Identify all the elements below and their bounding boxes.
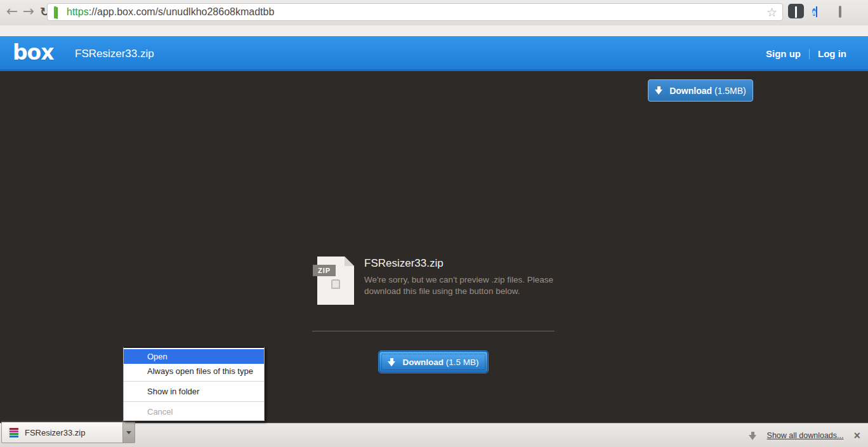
pocket-extension-icon[interactable]	[788, 4, 804, 18]
winrar-file-icon	[8, 427, 18, 437]
zipper-pull	[331, 279, 340, 289]
menu-item-always-open[interactable]: Always open files of this type	[124, 364, 264, 378]
arrow-head	[388, 361, 395, 366]
download-item-filename: FSResizer33.zip	[25, 428, 85, 437]
diamond-extension-icon[interactable]	[835, 6, 845, 17]
arrow-head	[749, 435, 756, 440]
log-in-link[interactable]: Log in	[818, 48, 846, 59]
downloads-arrow-icon	[749, 432, 757, 440]
arrow-head	[655, 90, 662, 95]
preview-divider	[312, 331, 555, 331]
download-arrow-icon	[655, 86, 663, 95]
rar-book	[8, 428, 18, 430]
menu-item-cancel: Cancel	[124, 404, 264, 419]
header-download-label: Download (1.5MB)	[669, 86, 746, 96]
url-rest: ://app.box.com/s/unudlkho286o8kmadtbb	[89, 6, 275, 17]
download-item[interactable]: FSResizer33.zip	[1, 421, 135, 443]
file-preview-row: ZIP FSResizer33.zip We're sorry, but we …	[317, 257, 553, 305]
diamond-shape	[839, 6, 841, 18]
download-size: (1.5MB)	[714, 86, 746, 96]
menu-separator	[124, 401, 264, 402]
a-extension-icon[interactable]: a	[808, 3, 822, 21]
close-downloads-bar-button[interactable]: ×	[853, 430, 860, 441]
preview-message: We're sorry, but we can't preview .zip f…	[364, 274, 553, 297]
menu-item-show-in-folder[interactable]: Show in folder	[124, 384, 264, 399]
paper-corner-fold	[345, 257, 354, 266]
download-context-menu: Open Always open files of this type Show…	[123, 347, 265, 421]
show-all-downloads-link[interactable]: Show all downloads...	[767, 431, 844, 440]
file-info: FSResizer33.zip We're sorry, but we can'…	[364, 257, 553, 305]
browser-toolbar: ← → ↻ https://app.box.com/s/unudlkho286o…	[0, 0, 868, 25]
https-lock-icon[interactable]	[54, 8, 62, 17]
box-logo[interactable]: box	[13, 40, 54, 65]
download-item-button[interactable]: FSResizer33.zip	[1, 421, 122, 443]
menu-separator	[124, 381, 264, 382]
download-size: (1.5 MB)	[446, 357, 479, 367]
url-text: https://app.box.com/s/unudlkho286o8kmadt…	[67, 6, 766, 18]
browser-menu-button[interactable]	[850, 6, 864, 20]
rar-book	[8, 436, 18, 437]
toolbar-lower-strip	[0, 25, 868, 36]
bookmark-star-icon[interactable]: ☆	[766, 6, 777, 18]
zip-badge: ZIP	[313, 265, 336, 276]
zipper-teeth	[332, 290, 339, 302]
sign-up-link[interactable]: Sign up	[766, 48, 801, 59]
downloads-bar: FSResizer33.zip Show all downloads... ×	[0, 423, 868, 447]
main-download-label: Download (1.5 MB)	[402, 357, 478, 367]
zip-file-icon: ZIP	[317, 257, 354, 305]
a-extension-ruler	[816, 6, 817, 17]
preview-file-name: FSResizer33.zip	[364, 257, 553, 270]
header-link-divider	[809, 49, 810, 59]
header-file-title: FSResizer33.zip	[75, 48, 154, 60]
downloads-bar-right: Show all downloads... ×	[749, 424, 860, 447]
download-word: Download	[402, 357, 444, 367]
chevron-down-icon	[126, 431, 131, 434]
address-bar[interactable]: https://app.box.com/s/unudlkho286o8kmadt…	[47, 3, 783, 21]
main-download-button[interactable]: Download (1.5 MB)	[379, 351, 488, 373]
forward-button[interactable]: →	[20, 2, 37, 21]
preview-message-line1: We're sorry, but we can't preview .zip f…	[364, 274, 553, 286]
rar-book	[8, 430, 18, 432]
screen: ← → ↻ https://app.box.com/s/unudlkho286o…	[0, 0, 868, 447]
lock-body	[56, 7, 58, 19]
preview-message-line2: download this file using the button belo…	[364, 286, 553, 297]
pocket-chevron-icon	[795, 6, 797, 18]
rar-book	[8, 433, 18, 435]
menu-item-open[interactable]: Open	[124, 349, 264, 364]
header-download-button[interactable]: Download (1.5MB)	[648, 79, 753, 102]
header-right-links: Sign up Log in	[766, 36, 846, 71]
back-button[interactable]: ←	[4, 2, 20, 21]
download-arrow-icon	[388, 358, 396, 366]
url-scheme: https	[67, 6, 89, 17]
download-word: Download	[669, 86, 712, 96]
download-item-dropdown[interactable]	[122, 421, 135, 443]
box-header: box FSResizer33.zip Download (1.5MB) Sig…	[0, 36, 868, 71]
